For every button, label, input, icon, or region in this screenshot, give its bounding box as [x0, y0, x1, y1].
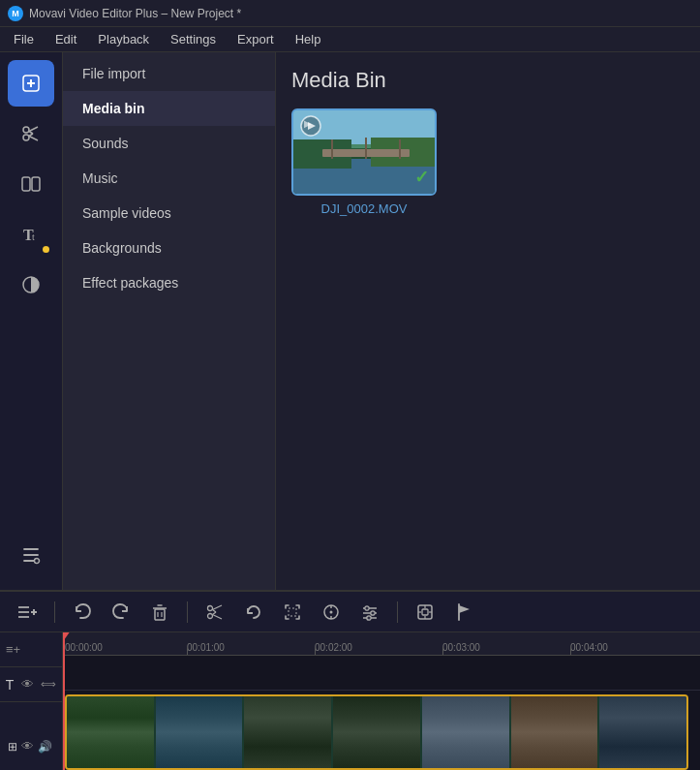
- clip-frame-4: [333, 696, 420, 768]
- svg-line-6: [29, 137, 38, 141]
- svg-rect-30: [155, 609, 165, 620]
- clip-frame-1: [67, 696, 154, 768]
- svg-line-5: [29, 127, 38, 132]
- media-filename: DJI_0002.MOV: [291, 201, 437, 216]
- flag-button[interactable]: [448, 597, 479, 628]
- menu-edit[interactable]: Edit: [46, 29, 86, 49]
- rotate-button[interactable]: [238, 597, 269, 628]
- svg-point-43: [330, 610, 333, 613]
- svg-line-38: [213, 614, 223, 619]
- video-track-label: ⊞: [8, 740, 17, 754]
- svg-rect-41: [289, 608, 296, 616]
- submenu-panel: File import Media bin Sounds Music Sampl…: [63, 52, 276, 590]
- track-controls: ≡+ T 👁 ⟺ ⊞ 👁 🔊: [0, 632, 63, 770]
- svg-line-8: [29, 134, 33, 137]
- media-item[interactable]: ✓ DJI_0002.MOV: [291, 108, 437, 216]
- submenu-file-import[interactable]: File import: [63, 56, 275, 91]
- svg-point-3: [23, 127, 29, 133]
- ruler-tick-3: [442, 647, 443, 655]
- video-track: [65, 694, 696, 770]
- cut-button[interactable]: [199, 597, 230, 628]
- video-track-ctrl: ⊞ 👁 🔊: [0, 702, 62, 770]
- menu-file[interactable]: File: [4, 29, 44, 49]
- submenu-music[interactable]: Music: [63, 161, 275, 196]
- svg-point-36: [208, 613, 213, 618]
- ruler-tick-1: [187, 647, 188, 655]
- tool-filter[interactable]: [8, 262, 54, 308]
- ruler-mark-0: 00:00:00: [65, 642, 103, 653]
- svg-rect-9: [22, 177, 30, 191]
- svg-point-14: [35, 559, 40, 564]
- delete-button[interactable]: [144, 597, 175, 628]
- menubar: File Edit Playback Settings Export Help: [0, 27, 700, 52]
- svg-rect-10: [32, 177, 40, 191]
- text-track: [63, 656, 700, 691]
- titlebar: M Movavi Video Editor Plus – New Project…: [0, 0, 700, 27]
- tool-more[interactable]: [8, 532, 54, 578]
- clip-frame-5: [422, 696, 509, 768]
- window-title: Movavi Video Editor Plus – New Project *: [29, 7, 241, 20]
- menu-help[interactable]: Help: [286, 29, 331, 49]
- toolbar-separator-3: [397, 601, 398, 623]
- tool-sidebar: T t: [0, 52, 63, 590]
- tool-text[interactable]: T t: [8, 211, 54, 258]
- timeline-area: ≡+ T 👁 ⟺ ⊞ 👁 🔊 00:00:00: [0, 590, 700, 770]
- playhead-arrow: [63, 632, 71, 640]
- menu-export[interactable]: Export: [228, 29, 284, 49]
- clip-frame-7: [599, 696, 686, 768]
- menu-settings[interactable]: Settings: [161, 29, 226, 49]
- add-track-icon[interactable]: ≡+: [6, 642, 20, 657]
- svg-point-35: [208, 605, 213, 610]
- menu-playback[interactable]: Playback: [88, 29, 159, 49]
- toolbar-separator-1: [54, 601, 55, 623]
- clip-frame-3: [244, 696, 331, 768]
- svg-text:t: t: [32, 231, 35, 242]
- timeline-tracks: 00:00:00 00:01:00 00:02:00 00:03:00 00:0…: [63, 632, 700, 770]
- media-check-icon: ✓: [414, 167, 429, 188]
- toolbar-separator-2: [187, 601, 188, 623]
- clip-frame-6: [511, 696, 598, 768]
- ruler-mark-1: 00:01:00: [187, 642, 225, 653]
- ruler-mark-3: 00:03:00: [442, 642, 480, 653]
- svg-line-37: [213, 605, 223, 610]
- playhead[interactable]: [63, 632, 65, 770]
- tool-add[interactable]: [8, 60, 54, 107]
- media-panel: Media Bin: [276, 52, 700, 590]
- submenu-effect-packages[interactable]: Effect packages: [63, 265, 275, 300]
- svg-point-23: [301, 116, 320, 136]
- video-track-eye[interactable]: 👁: [21, 739, 34, 754]
- text-track-ctrl: T 👁 ⟺: [0, 667, 62, 702]
- redo-button[interactable]: [106, 597, 137, 628]
- tool-scissors[interactable]: [8, 110, 54, 157]
- submenu-media-bin[interactable]: Media bin: [63, 91, 275, 126]
- ruler-tick-2: [315, 647, 316, 655]
- timeline-toolbar: [0, 592, 700, 632]
- clip-frame-2: [156, 696, 243, 768]
- text-track-eye[interactable]: 👁: [21, 677, 34, 692]
- svg-rect-53: [422, 609, 428, 615]
- media-thumbnail: ✓: [291, 108, 437, 196]
- add-track-ctrl[interactable]: ≡+: [0, 632, 62, 667]
- tool-transitions[interactable]: [8, 161, 54, 207]
- submenu-backgrounds[interactable]: Backgrounds: [63, 231, 275, 265]
- ruler-mark-4: 00:04:00: [570, 642, 608, 653]
- timeline-ruler: 00:00:00 00:01:00 00:02:00 00:03:00 00:0…: [63, 632, 700, 656]
- main-area: T t File import Media bin Sounds Music S…: [0, 52, 700, 590]
- svg-point-51: [367, 615, 371, 619]
- video-track-vol[interactable]: 🔊: [38, 740, 52, 754]
- stabilize-button[interactable]: [410, 597, 441, 628]
- svg-point-49: [365, 605, 369, 609]
- panel-title: Media Bin: [291, 68, 685, 93]
- submenu-sounds[interactable]: Sounds: [63, 126, 275, 161]
- adjust-button[interactable]: [354, 597, 385, 628]
- text-track-label: T: [6, 677, 15, 693]
- color-button[interactable]: [316, 597, 347, 628]
- video-clip[interactable]: [65, 694, 688, 770]
- add-track-button[interactable]: [12, 597, 43, 628]
- submenu-sample-videos[interactable]: Sample videos: [63, 196, 275, 231]
- undo-button[interactable]: [67, 597, 98, 628]
- timeline-content: ≡+ T 👁 ⟺ ⊞ 👁 🔊 00:00:00: [0, 632, 700, 770]
- text-tool-dot: [43, 246, 49, 253]
- text-track-lock[interactable]: ⟺: [41, 678, 56, 691]
- crop-button[interactable]: [277, 597, 308, 628]
